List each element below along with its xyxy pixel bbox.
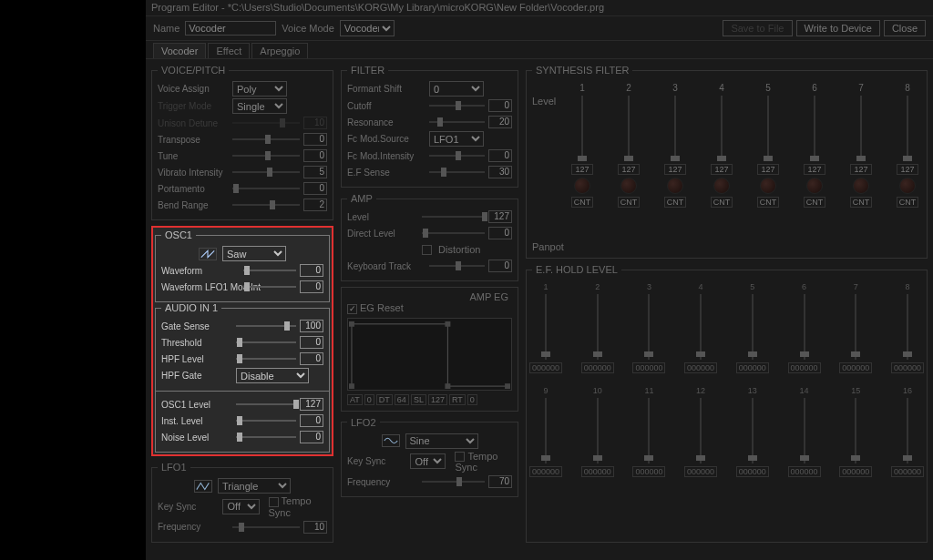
lfo2-keysync-select[interactable]: Off (410, 453, 446, 469)
synth-panpot-knob[interactable] (806, 178, 823, 194)
synth-panpot-knob[interactable] (574, 178, 590, 194)
kbdtrack-value[interactable]: 0 (488, 260, 512, 272)
synth-panpot-knob[interactable] (899, 178, 916, 194)
synth-panpot-value[interactable]: CNT (571, 197, 593, 208)
synth-level-slider[interactable] (623, 96, 634, 161)
lfo1-temposync-checkbox[interactable] (269, 497, 279, 507)
efhold-value[interactable]: 000000 (632, 466, 665, 477)
param-value[interactable]: 10 (303, 117, 327, 129)
synth-level-slider[interactable] (670, 96, 681, 161)
param-slider[interactable] (232, 183, 300, 194)
efhold-slider[interactable] (695, 398, 706, 463)
param-value[interactable]: 0 (488, 99, 512, 112)
param-value[interactable]: 5 (303, 166, 327, 178)
efhold-value[interactable]: 000000 (684, 362, 717, 373)
synth-level-slider[interactable] (809, 96, 820, 161)
param-value[interactable]: 20 (488, 116, 512, 128)
param-value[interactable]: 0 (303, 149, 327, 162)
param-slider[interactable] (236, 321, 296, 331)
param-slider[interactable] (243, 265, 296, 276)
ampeg-envelope-display[interactable] (347, 318, 512, 391)
synth-level-value[interactable]: 127 (618, 164, 640, 175)
efhold-slider[interactable] (850, 294, 861, 360)
synth-panpot-knob[interactable] (713, 178, 730, 194)
param-select[interactable]: Single (232, 98, 287, 114)
efhold-value[interactable]: 000000 (839, 362, 872, 373)
synth-level-slider[interactable] (763, 96, 774, 161)
synth-panpot-value[interactable]: CNT (804, 197, 825, 208)
param-select[interactable]: 0 (429, 81, 484, 97)
synth-panpot-value[interactable]: CNT (711, 197, 733, 208)
param-slider[interactable] (243, 281, 296, 292)
efhold-value[interactable]: 000000 (632, 362, 665, 373)
synth-panpot-knob[interactable] (760, 178, 776, 194)
param-slider[interactable] (236, 353, 296, 364)
synth-panpot-knob[interactable] (620, 178, 637, 194)
efhold-slider[interactable] (799, 294, 810, 360)
param-value[interactable]: 0 (488, 227, 512, 239)
hpf-gate-select[interactable]: Disable (236, 368, 309, 383)
efhold-slider[interactable] (643, 294, 654, 360)
param-value[interactable]: 0 (300, 431, 323, 443)
lfo1-freq-value[interactable]: 10 (303, 521, 327, 534)
efhold-slider[interactable] (643, 398, 654, 463)
param-slider[interactable] (429, 117, 485, 127)
efhold-value[interactable]: 000000 (529, 362, 562, 373)
synth-panpot-value[interactable]: CNT (618, 197, 640, 208)
param-value[interactable]: 30 (488, 166, 512, 178)
lfo2-wave-select[interactable]: Sine (405, 433, 478, 449)
efhold-slider[interactable] (902, 398, 913, 463)
efhold-value[interactable]: 000000 (788, 362, 821, 373)
efhold-slider[interactable] (850, 398, 861, 463)
tab-effect[interactable]: Effect (208, 43, 250, 58)
synth-level-slider[interactable] (716, 96, 727, 161)
param-slider[interactable] (236, 432, 296, 443)
synth-level-slider[interactable] (856, 96, 866, 161)
param-value[interactable]: 0 (300, 414, 323, 427)
lfo2-freq-value[interactable]: 70 (488, 475, 512, 488)
param-value[interactable]: 100 (300, 320, 323, 332)
efhold-value[interactable]: 000000 (736, 466, 769, 477)
param-value[interactable]: 2 (303, 199, 327, 211)
efhold-value[interactable]: 000000 (581, 466, 614, 477)
param-value[interactable]: 0 (300, 264, 323, 277)
lfo1-keysync-select[interactable]: Off (222, 499, 259, 514)
efhold-value[interactable]: 000000 (891, 466, 924, 477)
param-slider[interactable] (429, 167, 485, 178)
synth-panpot-knob[interactable] (853, 178, 869, 194)
param-select[interactable]: Poly (232, 81, 287, 97)
param-value[interactable]: 127 (488, 210, 512, 223)
param-select[interactable]: LFO1 (429, 131, 484, 147)
efhold-value[interactable]: 000000 (891, 362, 924, 373)
param-slider[interactable] (236, 337, 296, 348)
osc1-wave-select[interactable]: Saw (222, 246, 286, 261)
efhold-slider[interactable] (540, 294, 551, 360)
synth-level-value[interactable]: 127 (571, 164, 593, 175)
param-value[interactable]: 0 (488, 149, 512, 162)
param-value[interactable]: 0 (300, 352, 323, 365)
param-slider[interactable] (429, 100, 485, 111)
efhold-value[interactable]: 000000 (684, 466, 717, 477)
synth-panpot-value[interactable]: CNT (850, 197, 872, 208)
efhold-value[interactable]: 000000 (736, 362, 769, 373)
efhold-slider[interactable] (592, 294, 603, 360)
efhold-slider[interactable] (695, 294, 706, 360)
synth-panpot-knob[interactable] (667, 178, 683, 194)
param-slider[interactable] (236, 399, 296, 410)
efhold-slider[interactable] (747, 398, 758, 463)
param-slider[interactable] (422, 228, 485, 239)
synth-level-value[interactable]: 127 (711, 164, 733, 175)
write-to-device-button[interactable]: Write to Device (796, 20, 880, 36)
ampeg-param-val[interactable]: 0 (364, 394, 374, 405)
efhold-slider[interactable] (902, 294, 913, 360)
synth-panpot-value[interactable]: CNT (664, 197, 686, 208)
efhold-value[interactable]: 000000 (839, 466, 872, 477)
lfo2-freq-slider[interactable] (422, 476, 485, 487)
synth-level-value[interactable]: 127 (804, 164, 825, 175)
synth-panpot-value[interactable]: CNT (757, 197, 779, 208)
efhold-value[interactable]: 000000 (581, 362, 614, 373)
save-to-file-button[interactable]: Save to File (723, 20, 792, 36)
ampeg-param-val[interactable]: 0 (467, 394, 477, 405)
param-slider[interactable] (232, 150, 300, 161)
param-slider[interactable] (232, 167, 300, 178)
